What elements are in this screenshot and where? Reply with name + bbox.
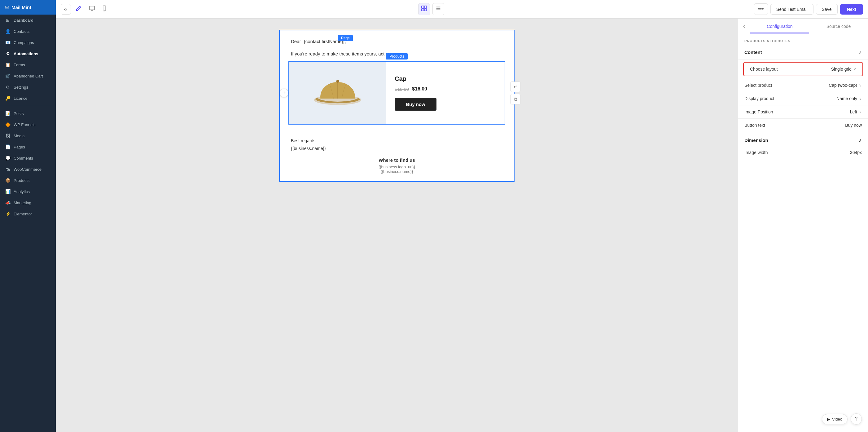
dimension-chevron[interactable]: ∧ <box>859 138 862 143</box>
sidebar-label-elementor: Elementor <box>13 212 32 216</box>
sidebar-item-marketing[interactable]: 📣 Marketing <box>0 197 56 208</box>
sidebar-item-licence[interactable]: 🔑 Licence <box>0 93 56 104</box>
mobile-view-button[interactable] <box>100 3 109 15</box>
abandoned-cart-icon: 🛒 <box>5 73 10 79</box>
select-product-label: Select product <box>744 83 829 88</box>
display-product-dropdown[interactable]: Name only ∨ <box>836 96 862 101</box>
products-label: Products <box>386 53 408 60</box>
email-border: Dear {{contact.firstName}}, If you're re… <box>279 30 515 182</box>
comments-icon: 💬 <box>5 156 10 160</box>
sidebar-item-products[interactable]: 📦 Products <box>0 175 56 186</box>
next-button[interactable]: Next <box>840 4 863 14</box>
sidebar-item-forms[interactable]: 📋 Forms <box>0 59 56 70</box>
panel-header: ‹ Configuration Source code <box>738 19 868 34</box>
sidebar-label-woocommerce: WooCommerce <box>13 167 41 172</box>
sidebar-label-media: Media <box>13 133 25 138</box>
content-area: Page Dear {{contact.firstName}}, If you'… <box>56 19 868 432</box>
select-product-row[interactable]: Select product Cap (woo-cap) ∨ <box>738 79 868 92</box>
sidebar-item-campaigns[interactable]: 📧 Campaigns <box>0 37 56 48</box>
add-block-button[interactable]: + <box>280 89 288 97</box>
wp-funnels-icon: 🔶 <box>5 122 10 127</box>
undo-block-button[interactable]: ↩ <box>510 82 521 92</box>
automations-icon: ⚙ <box>5 51 10 56</box>
sidebar-item-comments[interactable]: 💬 Comments <box>0 152 56 164</box>
svg-rect-0 <box>90 6 94 10</box>
svg-rect-5 <box>422 6 424 8</box>
tab-source-code[interactable]: Source code <box>809 19 868 33</box>
help-button[interactable]: ? <box>851 413 862 425</box>
image-width-row[interactable]: Image width 364px <box>738 146 868 159</box>
send-test-email-button[interactable]: Send Test Email <box>770 4 813 14</box>
sidebar-label-forms: Forms <box>13 63 25 67</box>
sidebar-item-posts[interactable]: 📝 Posts <box>0 108 56 119</box>
marketing-icon: 📣 <box>5 200 10 205</box>
sidebar-item-analytics[interactable]: 📊 Analytics <box>0 186 56 197</box>
elementor-icon: ⚡ <box>5 211 10 216</box>
content-section-header[interactable]: Content ∧ <box>738 45 868 60</box>
sidebar-item-elementor[interactable]: ⚡ Elementor <box>0 208 56 219</box>
woocommerce-icon: 🛍 <box>5 167 10 172</box>
email-greeting: Dear {{contact.firstName}}, <box>291 38 503 45</box>
sidebar-item-wp-funnels[interactable]: 🔶 WP Funnels <box>0 119 56 130</box>
toolbar-left: ‹‹ <box>61 3 109 15</box>
panel-back-button[interactable]: ‹ <box>738 19 750 34</box>
desktop-view-button[interactable] <box>86 4 98 14</box>
sidebar-item-contacts[interactable]: 👤 Contacts <box>0 26 56 37</box>
product-info: Cap $18.00 $16.00 Buy now <box>386 62 505 124</box>
app-name: Mail Mint <box>11 5 31 10</box>
choose-layout-value-dropdown[interactable]: Single grid ∨ <box>831 67 856 71</box>
button-text-row[interactable]: Button text Buy now <box>738 119 868 132</box>
sidebar-label-dashboard: Dashboard <box>13 18 33 23</box>
copy-block-button[interactable]: ⧉ <box>510 94 521 104</box>
svg-point-13 <box>336 80 339 83</box>
list-view-button[interactable] <box>432 3 444 15</box>
display-product-row[interactable]: Display product Name only ∨ <box>738 92 868 105</box>
select-product-value-text: Cap (woo-cap) <box>829 83 857 88</box>
footer-regards: Best regards, {{business.name}} <box>291 137 503 157</box>
products-block-wrapper: Products + <box>288 61 505 125</box>
toolbar-center <box>111 3 751 15</box>
sidebar-item-settings[interactable]: ⚙ Settings <box>0 82 56 93</box>
select-product-dropdown[interactable]: Cap (woo-cap) ∨ <box>829 83 862 88</box>
sidebar-label-campaigns: Campaigns <box>13 40 34 45</box>
contacts-icon: 👤 <box>5 29 10 34</box>
sidebar-item-dashboard[interactable]: ⊞ Dashboard <box>0 14 56 26</box>
products-block[interactable]: + <box>288 61 505 125</box>
edit-icon-button[interactable] <box>73 4 84 14</box>
sidebar-label-analytics: Analytics <box>13 189 30 194</box>
sidebar-item-abandoned-cart[interactable]: 🛒 Abandoned Cart <box>0 70 56 82</box>
back-button[interactable]: ‹‹ <box>61 4 71 14</box>
save-button[interactable]: Save <box>816 4 838 14</box>
licence-icon: 🔑 <box>5 96 10 101</box>
display-product-chevron-icon: ∨ <box>859 96 862 101</box>
select-product-chevron-icon: ∨ <box>859 83 862 87</box>
sidebar-label-settings: Settings <box>13 85 28 90</box>
block-controls: ↩ ⧉ <box>510 82 521 104</box>
sidebar-label-products: Products <box>13 178 29 183</box>
product-inner: + <box>289 62 505 124</box>
media-icon: 🖼 <box>5 133 10 138</box>
sidebar: ✉ Mail Mint ⊞ Dashboard 👤 Contacts 📧 Cam… <box>0 0 56 432</box>
buy-now-button[interactable]: Buy now <box>395 98 436 111</box>
sidebar-item-media[interactable]: 🖼 Media <box>0 130 56 141</box>
grid-view-button[interactable] <box>418 3 430 15</box>
image-position-dropdown[interactable]: Left ∨ <box>850 110 862 114</box>
dimension-section-header[interactable]: Dimension ∧ <box>738 133 868 146</box>
dashboard-icon: ⊞ <box>5 18 10 23</box>
sidebar-item-woocommerce[interactable]: 🛍 WooCommerce <box>0 164 56 175</box>
choose-layout-row[interactable]: Choose layout Single grid ∨ <box>743 62 863 76</box>
right-panel: ‹ Configuration Source code PRODUCTS ATT… <box>738 19 868 432</box>
toolbar-right: ••• Send Test Email Save Next <box>754 3 863 15</box>
price-old: $18.00 <box>395 87 409 92</box>
forms-icon: 📋 <box>5 62 10 67</box>
button-text-value: Buy now <box>845 123 862 128</box>
more-options-button[interactable]: ••• <box>754 3 768 15</box>
footer-business-name: {{business.name}} <box>291 146 326 151</box>
sidebar-item-automations[interactable]: ⚙ Automations <box>0 48 56 59</box>
content-chevron[interactable]: ∧ <box>859 50 862 55</box>
image-position-row[interactable]: Image Position Left ∨ <box>738 105 868 119</box>
sidebar-item-pages[interactable]: 📄 Pages <box>0 141 56 152</box>
video-button[interactable]: ▶ Video <box>822 414 847 424</box>
tab-configuration[interactable]: Configuration <box>750 19 809 33</box>
pages-icon: 📄 <box>5 145 10 149</box>
